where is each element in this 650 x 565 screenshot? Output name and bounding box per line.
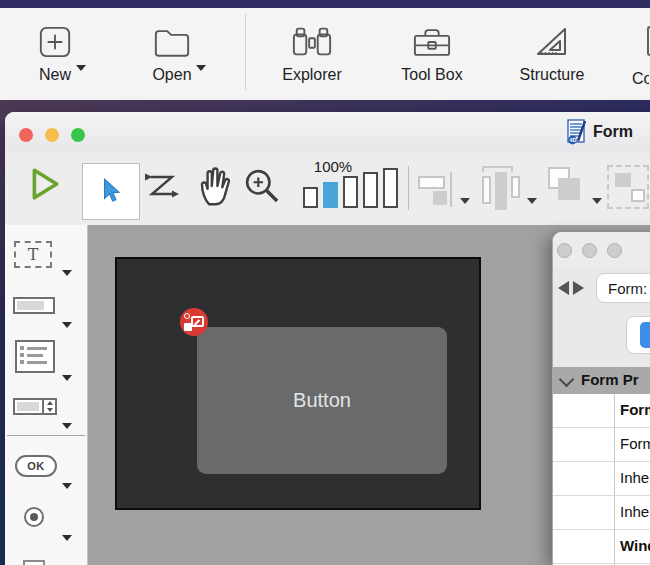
button-tool[interactable]: OK — [15, 455, 57, 477]
zoom-bar-200[interactable] — [343, 176, 358, 208]
stepper-divider — [42, 400, 44, 413]
group-icon — [631, 189, 645, 202]
toolbar-item-label: Structure — [520, 66, 585, 84]
property-row[interactable]: Inher — [553, 462, 650, 496]
input-tool-dropdown-arrow-icon[interactable] — [62, 322, 72, 328]
button-tool-label: OK — [27, 460, 45, 472]
stepper-tool-dropdown-arrow-icon[interactable] — [62, 423, 72, 429]
form-properties-section-header[interactable]: Form Pr — [553, 367, 650, 394]
property-list-nav: Form: — [553, 268, 650, 367]
screen: New Open Explorer — [0, 0, 650, 565]
property-list-window: Form: Form Pr Form Form Inher Inher — [552, 232, 650, 565]
input-field-tool[interactable] — [13, 297, 55, 314]
toolbar-divider — [245, 14, 246, 90]
prev-object-arrow-icon[interactable] — [558, 281, 569, 295]
plus-square-icon — [38, 18, 72, 66]
toolbar-item-explorer[interactable]: Explorer — [267, 18, 357, 84]
property-row[interactable]: Form — [553, 394, 650, 428]
stepper-fill — [17, 402, 39, 411]
folder-icon — [153, 18, 191, 66]
toolbar-item-new[interactable]: New — [10, 18, 100, 84]
toolbar-item-clipped[interactable]: Co — [632, 70, 649, 90]
open-dropdown-arrow-icon[interactable] — [196, 65, 206, 71]
align-icon — [418, 176, 445, 189]
run-play-icon[interactable] — [29, 167, 61, 205]
property-label: Inher — [620, 469, 650, 486]
inactive-close-button[interactable] — [557, 243, 572, 258]
property-list-titlebar[interactable] — [553, 232, 650, 268]
hand-pan-tool[interactable] — [197, 165, 235, 211]
close-button[interactable] — [19, 128, 33, 142]
property-row[interactable]: Form — [553, 428, 650, 462]
listbox-tool-dropdown-arrow-icon[interactable] — [62, 375, 72, 381]
align-icon — [450, 172, 452, 207]
themed-button-blue-face — [640, 322, 650, 348]
form-button-object[interactable]: Button — [197, 327, 447, 474]
toolbar-item-label: Co — [632, 70, 649, 87]
hand-icon — [197, 165, 235, 207]
align-dropdown-arrow-icon[interactable] — [460, 198, 470, 204]
property-grid: Form Form Inher Inher Wind — [553, 394, 650, 565]
zoom-level-label: 100% — [298, 158, 368, 175]
zoom-bar-50[interactable] — [303, 187, 318, 208]
palette-divider — [7, 435, 85, 436]
pointer-cursor-icon — [100, 178, 122, 206]
zoom-bar-800[interactable] — [383, 168, 398, 208]
text-tool-glyph: T — [28, 245, 39, 264]
themed-button-preview[interactable] — [626, 316, 650, 354]
form-document-icon: 4D — [567, 119, 588, 150]
object-method-badge[interactable] — [180, 308, 208, 336]
object-selector-label: Form: — [608, 280, 647, 297]
text-tool-dropdown-arrow-icon[interactable] — [62, 270, 72, 276]
zoom-bar-400[interactable] — [363, 172, 378, 208]
form-window-titlebar[interactable]: 4D Form — [5, 112, 650, 153]
inactive-minimize-button[interactable] — [582, 243, 597, 258]
radio-tool-dropdown-arrow-icon[interactable] — [62, 535, 72, 541]
layers-dropdown-arrow-icon[interactable] — [592, 198, 602, 204]
inactive-zoom-button[interactable] — [607, 243, 622, 258]
entry-order-z-icon — [143, 170, 179, 202]
group-icon — [615, 173, 631, 187]
minimize-button[interactable] — [45, 128, 59, 142]
property-row[interactable]: Inher — [553, 496, 650, 530]
magnify-tool[interactable] — [243, 167, 283, 211]
next-object-arrow-icon[interactable] — [573, 281, 584, 295]
toolbar-item-open[interactable]: Open — [127, 18, 217, 84]
toolbar-item-label: Tool Box — [401, 66, 462, 84]
radio-dot — [30, 513, 38, 521]
toolbar2-divider — [408, 166, 409, 210]
text-tool[interactable]: T — [14, 241, 52, 268]
group-icon — [607, 165, 649, 209]
checkbox-tool-partial[interactable] — [23, 560, 45, 565]
distribute-dropdown-arrow-icon[interactable] — [527, 198, 537, 204]
stepper-down-icon — [47, 408, 53, 412]
button-tool-dropdown-arrow-icon[interactable] — [62, 483, 72, 489]
stepper-up-icon — [47, 401, 53, 405]
property-label: Form — [620, 401, 650, 418]
form-button-label: Button — [293, 389, 351, 412]
distribute-icon — [511, 176, 520, 198]
set-square-icon — [534, 18, 570, 66]
align-icon — [433, 191, 447, 205]
new-dropdown-arrow-icon[interactable] — [76, 65, 86, 71]
property-row[interactable]: Wind — [553, 530, 650, 564]
entry-order-tool[interactable] — [143, 170, 179, 206]
app-toolbar: New Open Explorer — [0, 8, 650, 100]
toolbar-item-structure[interactable]: Structure — [507, 18, 597, 84]
section-header-label: Form Pr — [581, 371, 639, 388]
zoom-bar-100-selected[interactable] — [323, 182, 338, 208]
listbox-tool[interactable] — [15, 340, 55, 373]
distribute-icon — [482, 176, 491, 204]
radio-tool[interactable] — [24, 507, 44, 527]
property-label: Inher — [620, 503, 650, 520]
object-selector-dropdown[interactable]: Form: — [596, 273, 650, 303]
binoculars-icon — [291, 18, 333, 66]
svg-text:4D: 4D — [569, 137, 576, 143]
toolbar-item-label: Open — [152, 66, 191, 84]
chevron-down-icon — [559, 372, 575, 388]
toolbar-item-label: New — [39, 66, 71, 84]
stepper-tool[interactable] — [13, 398, 57, 415]
toolbar-item-toolbox[interactable]: Tool Box — [387, 18, 477, 84]
pointer-tool-selected[interactable] — [82, 163, 140, 220]
zoom-window-button[interactable] — [71, 128, 85, 142]
